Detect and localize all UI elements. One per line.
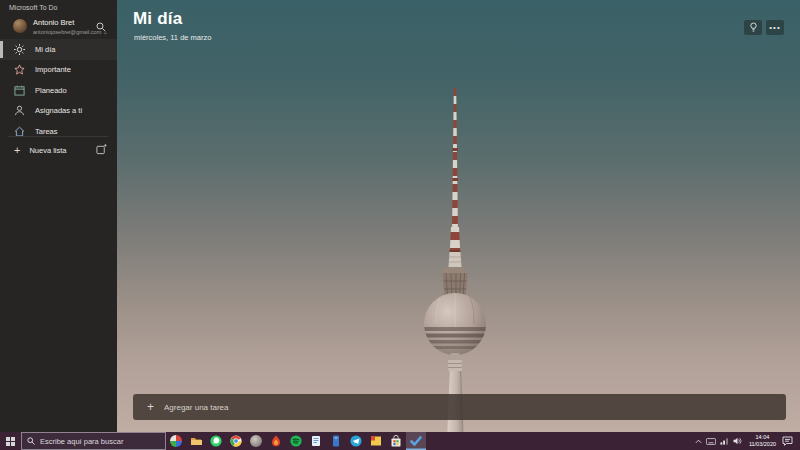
taskbar-app-gray-icon[interactable] — [246, 432, 266, 450]
plus-icon: + — [147, 400, 154, 414]
taskbar-app-sticky-notes-icon[interactable] — [366, 432, 386, 450]
sidebar-item-importante[interactable]: Importante — [0, 60, 117, 81]
clock-time: 14:04 — [749, 434, 776, 441]
start-button[interactable] — [0, 432, 21, 450]
taskbar-app-telegram-icon[interactable] — [346, 432, 366, 450]
sidebar-item-asignadas[interactable]: Asignadas a ti — [0, 101, 117, 122]
more-options-button[interactable]: ••• — [766, 20, 784, 35]
sidebar-nav: Mi día Importante Planeado Asignadas a t… — [0, 39, 117, 142]
taskbar-app-notes-icon[interactable] — [306, 432, 326, 450]
search-icon[interactable] — [96, 22, 106, 32]
sidebar-item-label: Mi día — [35, 45, 55, 54]
page-title: Mi día — [133, 9, 182, 29]
sidebar-divider — [8, 136, 108, 137]
sidebar-item-mi-dia[interactable]: Mi día — [0, 39, 117, 60]
page-date: miércoles, 11 de marzo — [134, 33, 211, 42]
system-tray: 14:04 11/03/2020 — [693, 432, 800, 450]
plus-icon: + — [14, 144, 20, 156]
sidebar-item-tareas[interactable]: Tareas — [0, 121, 117, 142]
taskbar-app-pinwheel-icon[interactable] — [166, 432, 186, 450]
new-list-label: Nueva lista — [29, 146, 66, 155]
sidebar-item-label: Tareas — [35, 127, 58, 136]
lightbulb-icon — [749, 22, 758, 33]
sidebar-item-label: Planeado — [35, 86, 67, 95]
taskbar-app-blue-icon[interactable] — [326, 432, 346, 450]
clock[interactable]: 14:04 11/03/2020 — [749, 434, 776, 448]
hidden-icons-chevron[interactable] — [693, 435, 704, 447]
taskbar-app-todo-icon[interactable] — [406, 432, 426, 450]
taskbar-app-chrome-icon[interactable] — [226, 432, 246, 450]
sidebar-item-label: Asignadas a ti — [35, 106, 82, 115]
window-title: Microsoft To Do — [9, 4, 58, 11]
sidebar-item-planeado[interactable]: Planeado — [0, 80, 117, 101]
windows-logo-icon — [6, 437, 15, 446]
sidebar: Microsoft To Do Antonio Bret antoniojose… — [0, 0, 117, 432]
taskbar-search[interactable] — [21, 432, 166, 450]
sidebar-item-label: Importante — [35, 65, 71, 74]
new-list-button[interactable]: + Nueva lista — [0, 140, 117, 160]
search-icon — [27, 437, 35, 445]
main-content: Mi día miércoles, 11 de marzo ••• + — [117, 0, 800, 432]
taskbar-app-flame-icon[interactable] — [266, 432, 286, 450]
person-icon — [14, 105, 25, 116]
action-center-icon[interactable] — [781, 435, 794, 447]
taskbar-app-file-explorer-icon[interactable] — [186, 432, 206, 450]
sun-icon — [14, 44, 25, 55]
keyboard-icon[interactable] — [706, 435, 717, 447]
add-task-bar[interactable]: + — [133, 394, 786, 420]
star-icon — [14, 64, 25, 75]
create-group-icon[interactable] — [96, 144, 107, 155]
suggestions-lightbulb-button[interactable] — [744, 20, 762, 35]
taskbar: 14:04 11/03/2020 — [0, 432, 800, 450]
taskbar-apps — [166, 432, 426, 450]
avatar[interactable] — [13, 19, 27, 33]
volume-icon[interactable] — [732, 435, 743, 447]
taskbar-search-input[interactable] — [40, 437, 155, 446]
taskbar-app-spotify-icon[interactable] — [286, 432, 306, 450]
clock-date: 11/03/2020 — [749, 441, 776, 448]
calendar-icon — [14, 85, 25, 96]
network-icon[interactable] — [719, 435, 730, 447]
add-task-input[interactable] — [164, 403, 464, 412]
taskbar-app-whatsapp-icon[interactable] — [206, 432, 226, 450]
desktop: Microsoft To Do Antonio Bret antoniojose… — [0, 0, 800, 450]
berlin-tv-tower-photo — [117, 0, 800, 432]
taskbar-app-microsoft-store-icon[interactable] — [386, 432, 406, 450]
user-name: Antonio Bret — [33, 18, 74, 27]
